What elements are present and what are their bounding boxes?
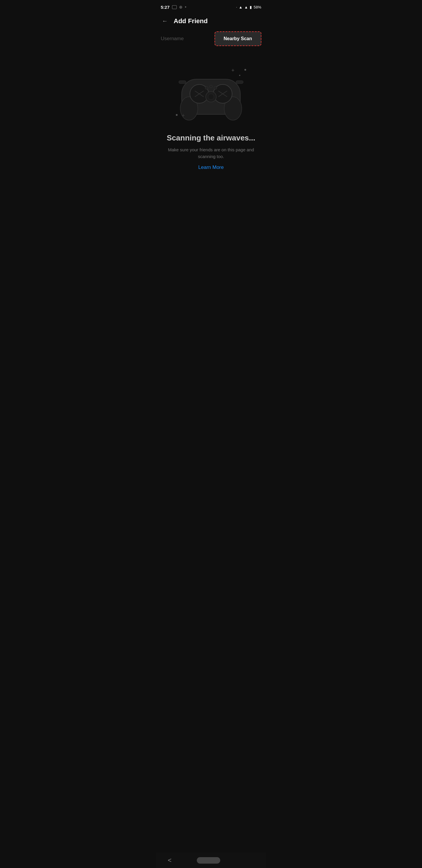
- signal-icon: ▲: [245, 5, 248, 9]
- status-left: 5:27 ⊕: [161, 4, 187, 10]
- back-arrow-icon: ←: [162, 18, 168, 24]
- svg-point-10: [208, 94, 214, 100]
- svg-rect-12: [179, 81, 186, 84]
- scanning-title: Scanning the airwaves...: [167, 133, 255, 143]
- svg-point-13: [205, 87, 208, 89]
- dot-status-icon: •: [236, 6, 237, 8]
- scanning-subtitle: Make sure your friends are on this page …: [162, 147, 260, 160]
- battery-icon: ▮: [250, 5, 252, 9]
- battery-percent: 58%: [254, 5, 261, 9]
- search-row: Username Nearby Scan: [156, 29, 266, 49]
- controller-svg: [173, 66, 249, 125]
- controller-illustration: + +: [173, 66, 249, 125]
- header: ← Add Friend: [156, 13, 266, 29]
- status-bar: 5:27 ⊕ • ▲ ▲ ▮ 58%: [156, 0, 266, 13]
- nearby-scan-button[interactable]: Nearby Scan: [215, 31, 261, 46]
- back-button[interactable]: ←: [161, 17, 169, 26]
- svg-point-14: [209, 85, 213, 88]
- status-right: • ▲ ▲ ▮ 58%: [236, 5, 261, 9]
- page-title: Add Friend: [174, 17, 208, 25]
- center-content: + +: [156, 66, 266, 170]
- username-placeholder: Username: [161, 36, 184, 41]
- svg-rect-11: [236, 81, 243, 84]
- dot-icon: [185, 4, 187, 10]
- wifi-icon: ▲: [239, 5, 242, 9]
- username-input-wrapper[interactable]: Username: [161, 36, 211, 42]
- learn-more-link[interactable]: Learn More: [198, 164, 224, 170]
- svg-point-15: [214, 87, 217, 89]
- status-time: 5:27: [161, 5, 170, 10]
- image-icon: [172, 5, 177, 9]
- discord-icon: ⊕: [179, 5, 183, 9]
